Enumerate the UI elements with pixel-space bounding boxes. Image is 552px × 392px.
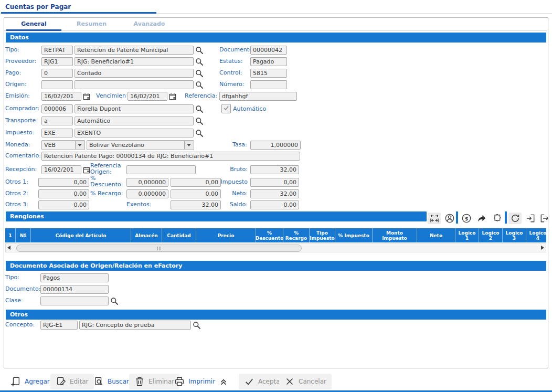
pago-search-icon[interactable] — [195, 69, 204, 78]
tab-avanzado[interactable]: Avanzado — [122, 20, 177, 27]
otros2-field[interactable]: 0,00 — [38, 189, 89, 198]
otros3-field[interactable]: 0,00 — [38, 200, 89, 209]
ref-origen-field[interactable] — [126, 165, 196, 174]
scroll-left-arrow-icon[interactable] — [7, 246, 10, 250]
recargo-pct-field[interactable]: 0,000000 — [126, 189, 168, 198]
add-document-icon — [10, 376, 21, 387]
origen-desc-field[interactable] — [75, 80, 194, 89]
moneda-desc-select[interactable]: Bolivar Venezolano — [87, 140, 194, 150]
descuento-pct-field[interactable]: 0,000000 — [126, 178, 168, 187]
proveedor-search-icon[interactable] — [195, 58, 204, 66]
tipo-label: Tipo: — [5, 47, 19, 53]
agregar-button[interactable]: Agregar — [5, 374, 55, 389]
tipo-desc-field[interactable]: Retencion de Patente Municipal — [75, 46, 194, 55]
chevron-down-icon[interactable] — [184, 141, 193, 149]
tipo-code-field[interactable]: RETPAT — [41, 46, 73, 55]
numero-label: Número: — [219, 81, 244, 88]
estatus-field[interactable]: Pagado — [250, 57, 287, 66]
referencia-field[interactable]: dfgahhgf — [219, 92, 297, 101]
neto-field[interactable]: 32,00 — [250, 189, 299, 198]
emision-calendar-icon[interactable] — [83, 92, 90, 100]
concepto-desc-field[interactable]: RJG: Concepto de prueba — [79, 321, 191, 330]
comprador-search-icon[interactable] — [195, 105, 204, 113]
numero-field[interactable] — [250, 80, 287, 89]
otros1-field[interactable]: 0,00 — [38, 178, 89, 187]
doc-tipo-field[interactable]: Pagos — [40, 273, 109, 282]
col-logico-3[interactable]: Logico 3 — [503, 228, 526, 242]
vencimiento-calendar-icon[interactable] — [169, 92, 176, 100]
impuesto-field[interactable]: 0,00 — [250, 178, 299, 187]
imprimir-label: Imprimir — [188, 378, 215, 385]
buscar-button[interactable]: Buscar — [88, 374, 134, 389]
automatico-checkbox[interactable] — [221, 104, 231, 113]
scroll-right-arrow-icon[interactable] — [541, 246, 544, 250]
col-cantidad[interactable]: Cantidad — [162, 228, 196, 242]
transporte-label: Transporte: — [5, 118, 38, 124]
comentario-field[interactable]: Retencion Patente Pago: 00000134 de RJG:… — [41, 152, 300, 161]
pago-desc-field[interactable]: Contado — [75, 69, 194, 78]
col-precio[interactable]: Precio — [196, 228, 256, 242]
origen-search-icon[interactable] — [195, 81, 204, 89]
refresh-icon[interactable] — [508, 213, 522, 224]
moneda-code-select[interactable]: VEB — [41, 140, 85, 150]
currency-icon[interactable]: $ — [460, 213, 473, 224]
pago-code-field[interactable]: 0 — [41, 69, 73, 78]
comprador-desc-field[interactable]: Fiorella Dupont — [75, 104, 194, 113]
transporte-search-icon[interactable] — [195, 117, 204, 125]
emision-field[interactable]: 16/02/201 — [41, 92, 81, 101]
impuesto-tipo-desc-field[interactable]: EXENTO — [75, 129, 194, 137]
documento-field[interactable]: 00000042 — [250, 46, 287, 55]
col-tipo-impuesto[interactable]: Tipo Impuesto — [310, 228, 335, 242]
tasa-field[interactable]: 1,000000 — [250, 141, 301, 150]
import-icon[interactable] — [524, 213, 537, 224]
concepto-code-field[interactable]: RJG-E1 — [40, 321, 78, 330]
saldo-field[interactable]: 0,00 — [250, 200, 299, 209]
control-field[interactable]: 5815 — [250, 69, 287, 78]
proveedor-desc-field[interactable]: RJG: Beneficiario#1 — [75, 57, 194, 66]
col-almacen[interactable]: Almacén — [131, 228, 162, 242]
col-codigo-articulo[interactable]: Código del Artículo — [31, 228, 131, 242]
vencimiento-field[interactable]: 16/02/201 — [128, 92, 167, 101]
col-neto[interactable]: Neto — [417, 228, 455, 242]
tipo-search-icon[interactable] — [195, 46, 204, 55]
comprador-code-field[interactable]: 000006 — [41, 104, 73, 113]
impuesto-tipo-code-field[interactable]: EXE — [41, 129, 73, 137]
bruto-field[interactable]: 32,00 — [250, 165, 299, 174]
tab-resumen[interactable]: Resumen — [64, 20, 119, 27]
addon-puzzle-icon[interactable] — [491, 213, 504, 224]
export-icon[interactable] — [538, 213, 551, 224]
forward-arrow-icon[interactable] — [475, 213, 488, 224]
user-icon[interactable] — [443, 213, 456, 224]
col-logico-1[interactable]: Logico 1 — [455, 228, 479, 242]
cancelar-button[interactable]: Cancelar — [279, 374, 332, 389]
fit-columns-icon[interactable] — [428, 213, 441, 224]
col-monto-impuesto[interactable]: Monto Impuesto — [373, 228, 417, 242]
origen-code-field[interactable] — [41, 80, 73, 89]
proveedor-code-field[interactable]: RJG1 — [41, 57, 73, 66]
scroll-thumb[interactable] — [16, 245, 302, 252]
renglones-table-header: 1 Nº Código del Artículo Almacén Cantida… — [5, 228, 546, 242]
concepto-search-icon[interactable] — [193, 321, 201, 330]
tab-general-underline — [6, 29, 61, 31]
doc-clase-field[interactable] — [40, 296, 109, 305]
doc-clase-search-icon[interactable] — [110, 297, 119, 305]
recepcion-field[interactable]: 16/02/201 — [41, 165, 81, 174]
window-tab[interactable]: Cuentas por Pagar — [5, 3, 71, 10]
col-pct-descuento[interactable]: % Descuento — [256, 228, 283, 242]
col-logico-4[interactable]: Logico 4 — [526, 228, 546, 242]
transporte-code-field[interactable]: a — [41, 116, 73, 125]
col-logico-2[interactable]: Logico 2 — [479, 228, 503, 242]
tab-general[interactable]: General — [6, 20, 61, 27]
col-rownum[interactable]: 1 — [5, 228, 16, 242]
col-pct-impuesto[interactable]: % Impuesto — [335, 228, 373, 242]
renglones-hscrollbar[interactable] — [5, 243, 546, 252]
col-numero[interactable]: Nº — [16, 228, 31, 242]
doc-documento-field[interactable]: 00000134 — [40, 285, 109, 294]
imprimir-button[interactable]: Imprimir — [169, 374, 233, 389]
col-pct-recargo[interactable]: % Recargo — [283, 228, 310, 242]
transporte-desc-field[interactable]: Automático — [75, 116, 194, 125]
editar-button[interactable]: Editar — [50, 374, 94, 389]
chevron-down-icon[interactable] — [75, 141, 84, 149]
impuesto-tipo-search-icon[interactable] — [195, 129, 204, 137]
recepcion-calendar-icon[interactable] — [83, 166, 90, 173]
